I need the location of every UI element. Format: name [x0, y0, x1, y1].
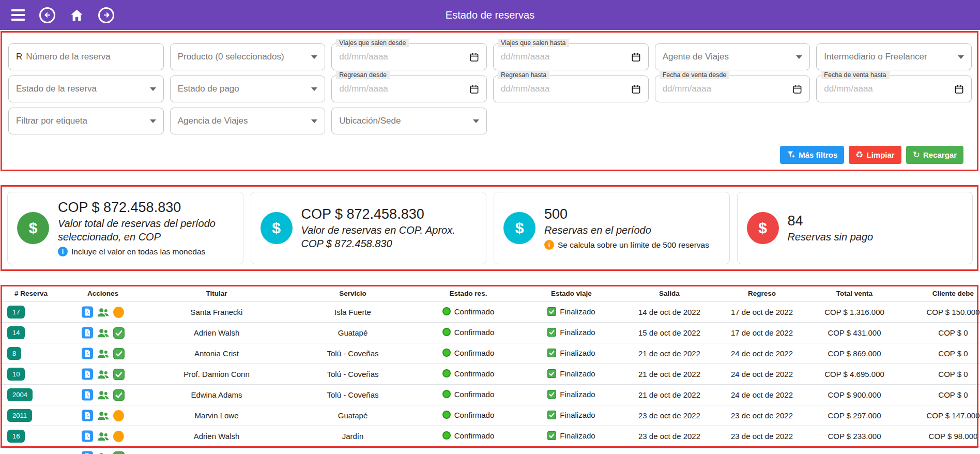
- filter-fecha-venta-desde[interactable]: Fecha de venta desdedd/mm/aaaa: [655, 75, 810, 102]
- payment-pending-icon[interactable]: [113, 307, 124, 318]
- users-icon[interactable]: [97, 348, 110, 359]
- summary-cards: $COP $ 872.458.830Valor total de reserva…: [0, 185, 980, 271]
- payment-ok-icon[interactable]: [113, 389, 125, 401]
- chevron-down-icon: [958, 55, 964, 59]
- estado-res-label: Confirmado: [454, 328, 495, 337]
- reservation-badge[interactable]: 8: [7, 347, 21, 360]
- debe-cell: COP $ 98.000: [901, 426, 980, 447]
- pdf-file-icon[interactable]: [82, 368, 93, 380]
- card-description: Reservas sin pago: [788, 230, 874, 244]
- filter-ubicacion-sede[interactable]: Ubicación/Sede: [331, 108, 487, 134]
- payment-ok-icon[interactable]: [113, 348, 125, 359]
- filter-producto[interactable]: Producto (0 seleccionados): [170, 43, 326, 70]
- reservation-badge[interactable]: 2004: [7, 388, 33, 401]
- calendar-icon[interactable]: [631, 84, 641, 94]
- filter-intermediario[interactable]: Intermediario o Freelancer: [816, 43, 972, 70]
- servicio-cell: Guatapé: [289, 405, 416, 426]
- limpiar-button[interactable]: ♻Limpiar: [849, 146, 901, 164]
- servicio-cell: Tolú - Coveñas: [289, 364, 416, 385]
- card-note-text: Se calcula sobre un límite de 500 reserv…: [558, 240, 709, 250]
- users-icon[interactable]: [97, 389, 110, 401]
- table-row: 8Antonia CristTolú - CoveñasConfirmadoFi…: [0, 343, 980, 364]
- filter-filtrar-etiqueta[interactable]: Filtrar por etiqueta: [8, 108, 164, 134]
- filter-estado-pago[interactable]: Estado de pago: [170, 75, 326, 102]
- estado-viaje-cell: Finalizado: [520, 385, 622, 405]
- regreso-cell: 23 de oct de 2022: [716, 426, 807, 447]
- estado-res: Confirmado: [442, 369, 495, 378]
- users-icon[interactable]: [97, 451, 110, 454]
- payment-pending-icon[interactable]: [113, 431, 124, 442]
- payment-ok-icon[interactable]: [113, 369, 125, 380]
- reservation-badge[interactable]: 10: [7, 368, 25, 381]
- filter-estado-reserva[interactable]: Estado de la reserva: [8, 75, 164, 102]
- payment-pending-icon[interactable]: [113, 410, 124, 421]
- calendar-icon[interactable]: [792, 84, 802, 94]
- salida-cell: 14 de oct de 2022: [622, 302, 716, 323]
- filter-fecha-venta-hasta[interactable]: Fecha de venta hastadd/mm/aaaa: [816, 75, 972, 102]
- servicio-cell: Guatapé: [289, 323, 416, 343]
- estado-viaje-cell: Finalizado: [520, 405, 622, 426]
- debe-cell: COP $ 147.000: [901, 405, 980, 426]
- recargar-button[interactable]: ↻Recargar: [906, 146, 963, 164]
- salida-cell: 21 de oct de 2022: [622, 364, 716, 385]
- acciones-cell: [62, 323, 144, 343]
- estado-res-cell: Confirmado: [416, 323, 520, 343]
- titular-cell: [144, 447, 289, 454]
- dollar-circle-icon: $: [503, 212, 535, 244]
- card-description: Valor total de reservas del período sele…: [58, 217, 234, 244]
- filter-agente-viajes[interactable]: Agente de Viajes: [655, 43, 810, 70]
- regreso-cell: 24 de oct de 2022: [716, 343, 807, 364]
- filter-agencia-viajes[interactable]: Agencia de Viajes: [170, 108, 326, 134]
- debe-cell: [901, 447, 980, 454]
- pdf-file-icon[interactable]: [82, 306, 93, 318]
- calendar-icon[interactable]: [954, 84, 964, 94]
- mas-filtros-button[interactable]: Más filtros: [780, 146, 844, 164]
- filter-viajes-salen-desde[interactable]: Viajes que salen desdedd/mm/aaaa: [331, 43, 487, 70]
- reservation-badge[interactable]: 17: [7, 306, 25, 319]
- card-note: iIncluye el valor en todas las monedas: [58, 247, 234, 256]
- filter-regresan-desde[interactable]: Regresan desdedd/mm/aaaa: [331, 75, 487, 102]
- payment-ok-icon[interactable]: [113, 451, 125, 454]
- actions: [64, 368, 142, 380]
- column-header: # Reserva: [0, 285, 62, 302]
- table-row: 16Adrien WalshJardínConfirmadoFinalizado…: [0, 426, 980, 447]
- finished-check-icon: [547, 411, 556, 419]
- date-field-label: Regresan desde: [336, 71, 390, 79]
- filter-numero-reserva[interactable]: RNúmero de la reserva: [8, 43, 164, 70]
- users-icon[interactable]: [97, 369, 110, 380]
- pdf-file-icon[interactable]: [82, 410, 93, 421]
- calendar-icon[interactable]: [469, 84, 479, 94]
- input-prefix: R: [16, 52, 22, 62]
- estado-res-label: Confirmado: [454, 431, 495, 440]
- filter-viajes-salen-hasta[interactable]: Viajes que salen hastadd/mm/aaaa: [493, 43, 649, 70]
- filter-regresan-hasta[interactable]: Regresan hastadd/mm/aaaa: [493, 75, 649, 102]
- finished-check-icon: [547, 349, 556, 357]
- users-icon[interactable]: [97, 431, 110, 442]
- users-icon[interactable]: [97, 327, 110, 339]
- reservation-badge[interactable]: 2011: [7, 409, 32, 422]
- users-icon[interactable]: [97, 307, 110, 318]
- confirmed-dot-icon: [442, 390, 451, 398]
- column-header: Servicio: [289, 285, 416, 302]
- regreso-cell: [716, 447, 807, 454]
- users-icon[interactable]: [97, 410, 110, 421]
- titular-cell: Antonia Crist: [144, 343, 289, 364]
- pdf-file-icon[interactable]: [82, 347, 93, 359]
- reservation-badge[interactable]: 14: [7, 326, 25, 339]
- card-value: COP $ 872.458.830: [58, 200, 234, 216]
- payment-ok-icon[interactable]: [113, 327, 125, 339]
- summary-card: $COP $ 872.458.830Valor total de reserva…: [7, 192, 243, 264]
- pdf-file-icon[interactable]: [82, 327, 93, 339]
- actions: [64, 327, 142, 339]
- pdf-file-icon[interactable]: [82, 430, 93, 442]
- calendar-icon[interactable]: [469, 52, 479, 62]
- info-icon: i: [544, 240, 554, 250]
- calendar-icon[interactable]: [631, 52, 641, 62]
- pdf-file-icon[interactable]: [82, 389, 93, 401]
- dollar-circle-icon: $: [747, 212, 779, 244]
- reservation-badge[interactable]: 16: [7, 430, 25, 443]
- table-row: 2004Edwina AdamsTolú - CoveñasConfirmado…: [0, 385, 980, 405]
- select-label: Filtrar por etiqueta: [16, 116, 87, 126]
- pdf-file-icon[interactable]: [82, 451, 93, 454]
- summary-card: $84Reservas sin pago: [737, 192, 973, 264]
